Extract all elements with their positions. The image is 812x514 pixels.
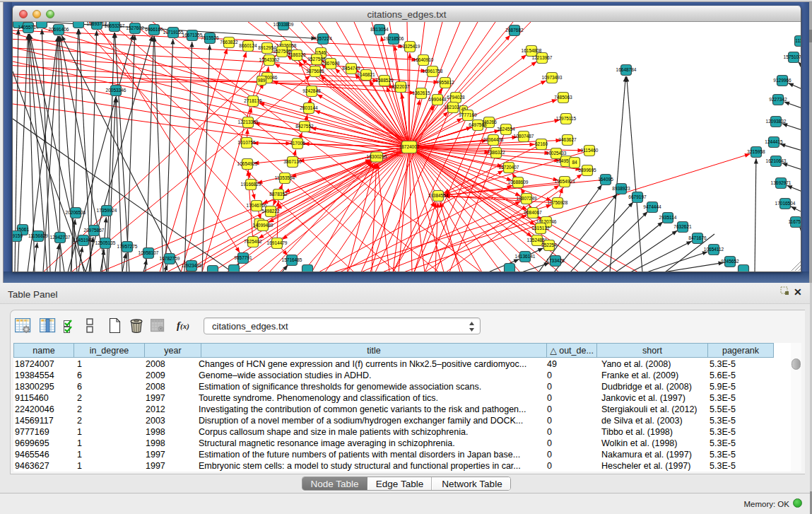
svg-text:16782759: 16782759: [160, 256, 180, 261]
svg-text:6679197: 6679197: [628, 194, 647, 199]
svg-text:3867130: 3867130: [283, 159, 302, 164]
svg-text:8878352: 8878352: [269, 192, 288, 197]
svg-text:20691406: 20691406: [49, 27, 69, 32]
svg-text:8454749: 8454749: [342, 66, 360, 71]
svg-text:7625402: 7625402: [244, 239, 262, 244]
svg-text:10653267: 10653267: [105, 23, 125, 28]
svg-text:1615132: 1615132: [531, 226, 550, 230]
svg-text:12213369: 12213369: [238, 119, 259, 124]
svg-text:10033809: 10033809: [273, 22, 294, 27]
svg-text:8938923: 8938923: [612, 186, 630, 191]
svg-text:9115460: 9115460: [581, 148, 599, 153]
svg-text:252254: 252254: [541, 243, 557, 247]
svg-text:1588520: 1588520: [375, 78, 394, 83]
svg-text:10756928: 10756928: [548, 200, 568, 205]
svg-text:6794028: 6794028: [447, 95, 465, 100]
svg-text:1010755: 1010755: [237, 140, 256, 145]
svg-text:20206536: 20206536: [66, 210, 86, 215]
svg-text:18300295: 18300295: [367, 154, 387, 159]
svg-text:16648784: 16648784: [616, 67, 637, 72]
svg-text:6497568: 6497568: [469, 122, 487, 127]
svg-text:9777169: 9777169: [459, 112, 477, 117]
svg-text:12505135: 12505135: [95, 240, 116, 245]
svg-text:14055714: 14055714: [18, 25, 39, 30]
svg-text:16671355: 16671355: [182, 33, 203, 37]
svg-text:9857791: 9857791: [234, 255, 252, 260]
svg-text:7632621: 7632621: [673, 224, 692, 229]
svg-text:12923448: 12923448: [182, 263, 202, 268]
svg-text:12942737: 12942737: [50, 235, 71, 240]
svg-text:7386322: 7386322: [487, 150, 505, 155]
svg-text:17046766: 17046766: [247, 203, 267, 208]
svg-text:62160: 62160: [535, 141, 548, 146]
svg-text:14099489: 14099489: [253, 223, 273, 228]
svg-text:6466160: 6466160: [145, 27, 163, 32]
svg-text:10973493: 10973493: [542, 75, 563, 80]
svg-text:18807249: 18807249: [517, 196, 537, 201]
svg-text:16210643: 16210643: [766, 158, 787, 163]
svg-text:39159: 39159: [13, 233, 23, 238]
svg-text:19166829: 19166829: [241, 182, 261, 187]
svg-text:12975115: 12975115: [556, 116, 577, 121]
svg-text:3875685: 3875685: [306, 69, 324, 74]
svg-text:2367608: 2367608: [322, 61, 340, 66]
svg-text:84: 84: [572, 160, 577, 165]
svg-text:164095: 164095: [598, 177, 613, 182]
svg-text:116753: 116753: [788, 219, 801, 224]
svg-text:9129966: 9129966: [773, 78, 792, 83]
svg-text:9474444: 9474444: [643, 204, 661, 209]
svg-text:10807487: 10807487: [514, 134, 534, 139]
svg-text:7515526: 7515526: [201, 35, 219, 40]
svg-text:19384554: 19384554: [428, 193, 449, 198]
svg-text:11451941: 11451941: [73, 238, 94, 243]
svg-text:19654923: 19654923: [555, 179, 575, 184]
svg-text:19218506: 19218506: [384, 36, 404, 41]
svg-text:989: 989: [258, 78, 266, 83]
svg-text:2687682: 2687682: [505, 28, 524, 33]
svg-text:7955812: 7955812: [436, 80, 454, 85]
svg-text:9463627: 9463627: [558, 137, 577, 142]
svg-text:2935114: 2935114: [659, 215, 677, 220]
svg-text:20975867: 20975867: [84, 228, 105, 233]
svg-text:2803144: 2803144: [300, 105, 318, 110]
svg-text:5498222: 5498222: [261, 209, 280, 214]
svg-text:10719155: 10719155: [163, 30, 184, 35]
svg-text:8186326: 8186326: [288, 52, 306, 57]
svg-text:3215958: 3215958: [747, 149, 765, 154]
svg-text:8322037: 8322037: [392, 84, 410, 89]
svg-text:12093832: 12093832: [766, 119, 787, 124]
svg-text:10543362: 10543362: [259, 57, 280, 62]
svg-text:7485063: 7485063: [554, 95, 572, 100]
svg-text:16914479: 16914479: [267, 240, 288, 245]
svg-text:6899695: 6899695: [578, 168, 596, 173]
svg-text:9084067: 9084067: [524, 210, 542, 215]
svg-text:10654112: 10654112: [704, 247, 724, 252]
svg-text:13325419: 13325419: [400, 44, 420, 49]
svg-text:20364436: 20364436: [483, 137, 504, 142]
svg-text:10688609: 10688609: [508, 180, 529, 185]
svg-text:10958107: 10958107: [139, 250, 159, 255]
svg-text:1244415: 1244415: [765, 139, 783, 144]
svg-text:12213967: 12213967: [532, 55, 553, 60]
svg-text:1112: 1112: [795, 38, 801, 43]
svg-text:9227342: 9227342: [769, 97, 787, 102]
svg-text:11353594: 11353594: [275, 175, 295, 180]
svg-text:9146821: 9146821: [357, 72, 375, 77]
svg-text:7357224: 7357224: [314, 36, 332, 41]
svg-text:17016504: 17016504: [775, 201, 796, 206]
svg-text:8660124: 8660124: [239, 43, 257, 48]
svg-text:10654925: 10654925: [237, 161, 258, 166]
svg-text:16640910: 16640910: [413, 57, 434, 62]
svg-text:1362615: 1362615: [412, 90, 430, 95]
svg-text:9245652: 9245652: [721, 259, 739, 264]
svg-text:6990448: 6990448: [428, 97, 447, 102]
svg-text:9242848: 9242848: [302, 88, 321, 93]
svg-text:1733426: 1733426: [546, 258, 565, 263]
svg-text:17957275: 17957275: [117, 244, 138, 249]
svg-text:15751074: 15751074: [784, 54, 801, 59]
svg-text:8471676: 8471676: [688, 235, 707, 240]
svg-text:2718176: 2718176: [244, 98, 262, 103]
svg-text:17359924: 17359924: [97, 208, 117, 213]
svg-text:1527602: 1527602: [126, 25, 144, 30]
svg-text:20053346: 20053346: [106, 88, 126, 93]
